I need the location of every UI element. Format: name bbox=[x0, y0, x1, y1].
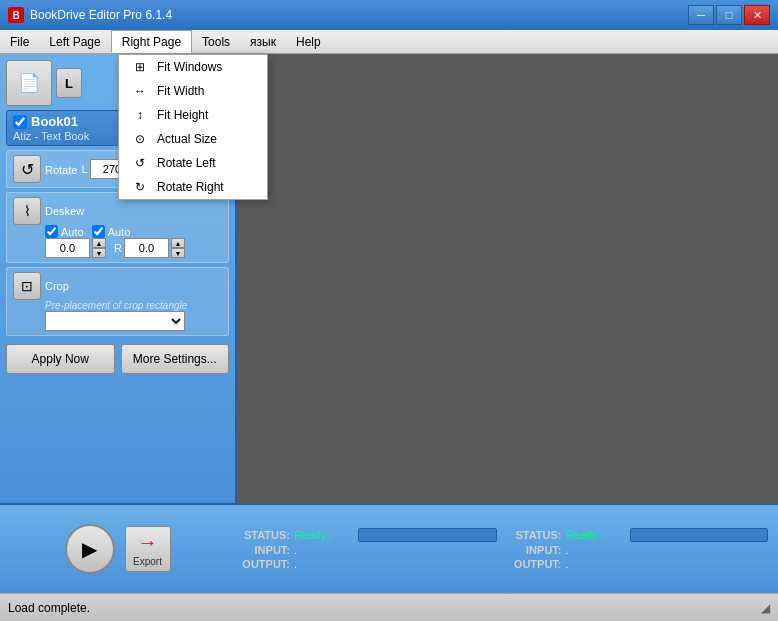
status-right-output-row: OUTPUT: . bbox=[507, 558, 769, 570]
deskew-icon: ⌇ bbox=[13, 197, 41, 225]
statusbar-message: Load complete. bbox=[8, 601, 90, 615]
rotate-right-icon: ↻ bbox=[131, 180, 149, 194]
app-title: BookDrive Editor Pro 6.1.4 bbox=[30, 8, 172, 22]
status-left-status-row: STATUS: Ready... bbox=[235, 528, 497, 542]
dropdown-fit-width[interactable]: ↔ Fit Width bbox=[119, 79, 267, 103]
menu-language[interactable]: язык bbox=[240, 30, 286, 53]
page-tool-button[interactable]: 📄 bbox=[6, 60, 52, 106]
input-left-label: INPUT: bbox=[235, 544, 290, 556]
rotate-l-label: L bbox=[81, 163, 87, 175]
actual-size-icon: ⊙ bbox=[131, 132, 149, 146]
more-settings-button[interactable]: More Settings... bbox=[121, 344, 230, 374]
deskew-r-label: R bbox=[114, 242, 122, 254]
play-button[interactable]: ▶ bbox=[65, 524, 115, 574]
bottom-controls: ▶ → Export bbox=[10, 524, 225, 574]
play-icon: ▶ bbox=[82, 537, 97, 561]
export-icon: → bbox=[138, 531, 158, 554]
window-controls: ─ □ ✕ bbox=[688, 5, 770, 25]
deskew-auto-right-checkbox[interactable] bbox=[92, 225, 105, 238]
preview-area bbox=[237, 54, 778, 503]
close-button[interactable]: ✕ bbox=[744, 5, 770, 25]
rotate-left-icon: ↺ bbox=[131, 156, 149, 170]
deskew-l-arrows: ▲ ▼ bbox=[92, 238, 106, 258]
fit-height-icon: ↕ bbox=[131, 108, 149, 122]
page-label-btn[interactable]: L bbox=[56, 68, 82, 98]
menubar: File Left Page Right Page Tools язык Hel… bbox=[0, 30, 778, 54]
fit-width-icon: ↔ bbox=[131, 84, 149, 98]
deskew-auto-left-checkbox[interactable] bbox=[45, 225, 58, 238]
crop-label: Crop bbox=[45, 280, 69, 292]
status-left-input-row: INPUT: . bbox=[235, 544, 497, 556]
book-name: Book01 bbox=[31, 114, 78, 129]
status-left-output-row: OUTPUT: . bbox=[235, 558, 497, 570]
dropdown-actual-size[interactable]: ⊙ Actual Size bbox=[119, 127, 267, 151]
status-left-bar bbox=[358, 528, 497, 542]
input-right-value: . bbox=[566, 544, 569, 556]
deskew-r-input-group: R ▲ ▼ bbox=[114, 238, 185, 258]
deskew-r-arrows: ▲ ▼ bbox=[171, 238, 185, 258]
menu-tools[interactable]: Tools bbox=[192, 30, 240, 53]
deskew-input-row: ▲ ▼ R ▲ ▼ bbox=[45, 238, 222, 258]
deskew-auto-left: Auto bbox=[45, 225, 84, 238]
dropdown-rotate-right[interactable]: ↻ Rotate Right bbox=[119, 175, 267, 199]
status-left-label: STATUS: bbox=[235, 529, 290, 541]
crop-section: ⊡ Crop Pre-placement of crop rectangle bbox=[6, 267, 229, 336]
status-right-value: Ready... bbox=[566, 529, 626, 541]
bottom-statusbar: Load complete. ◢ bbox=[0, 593, 778, 621]
right-page-dropdown: ⊞ Fit Windows ↔ Fit Width ↕ Fit Height ⊙… bbox=[118, 54, 268, 200]
input-left-value: . bbox=[294, 544, 297, 556]
deskew-l-down[interactable]: ▼ bbox=[92, 248, 106, 258]
deskew-section: ⌇ Deskew Auto Auto bbox=[6, 192, 229, 263]
deskew-r-down[interactable]: ▼ bbox=[171, 248, 185, 258]
rotate-label: Rotate bbox=[45, 164, 77, 176]
deskew-row: ⌇ Deskew bbox=[13, 197, 222, 225]
status-right: STATUS: Ready... INPUT: . OUTPUT: . bbox=[507, 528, 769, 570]
resize-icon: ◢ bbox=[761, 601, 770, 615]
input-right-label: INPUT: bbox=[507, 544, 562, 556]
deskew-l-input[interactable] bbox=[45, 238, 90, 258]
output-left-label: OUTPUT: bbox=[235, 558, 290, 570]
deskew-r-input[interactable] bbox=[124, 238, 169, 258]
status-right-input-row: INPUT: . bbox=[507, 544, 769, 556]
menu-help[interactable]: Help bbox=[286, 30, 331, 53]
book-checkbox[interactable] bbox=[13, 115, 27, 129]
crop-select[interactable] bbox=[45, 311, 185, 331]
minimize-button[interactable]: ─ bbox=[688, 5, 714, 25]
menu-right-page[interactable]: Right Page bbox=[111, 30, 192, 53]
deskew-auto-right: Auto bbox=[92, 225, 131, 238]
apply-now-button[interactable]: Apply Now bbox=[6, 344, 115, 374]
bottom-strip: ▶ → Export STATUS: Ready... INPUT: . OUT… bbox=[0, 503, 778, 593]
menu-left-page[interactable]: Left Page bbox=[39, 30, 110, 53]
crop-icon: ⊡ bbox=[13, 272, 41, 300]
output-right-label: OUTPUT: bbox=[507, 558, 562, 570]
status-right-status-row: STATUS: Ready... bbox=[507, 528, 769, 542]
output-left-value: . bbox=[294, 558, 297, 570]
dropdown-fit-height[interactable]: ↕ Fit Height bbox=[119, 103, 267, 127]
app-icon: B bbox=[8, 7, 24, 23]
deskew-label: Deskew bbox=[45, 205, 84, 217]
status-right-label: STATUS: bbox=[507, 529, 562, 541]
action-buttons: Apply Now More Settings... bbox=[6, 344, 229, 374]
menu-file[interactable]: File bbox=[0, 30, 39, 53]
deskew-l-up[interactable]: ▲ bbox=[92, 238, 106, 248]
output-right-value: . bbox=[566, 558, 569, 570]
page-icon: 📄 bbox=[18, 72, 40, 94]
status-left-value: Ready... bbox=[294, 529, 354, 541]
dropdown-fit-windows[interactable]: ⊞ Fit Windows bbox=[119, 55, 267, 79]
status-left: STATUS: Ready... INPUT: . OUTPUT: . bbox=[235, 528, 497, 570]
status-right-bar bbox=[630, 528, 769, 542]
dropdown-rotate-left[interactable]: ↺ Rotate Left bbox=[119, 151, 267, 175]
titlebar: B BookDrive Editor Pro 6.1.4 ─ □ ✕ bbox=[0, 0, 778, 30]
export-label: Export bbox=[133, 556, 162, 567]
fit-windows-icon: ⊞ bbox=[131, 60, 149, 74]
crop-row: ⊡ Crop bbox=[13, 272, 222, 300]
export-button[interactable]: → Export bbox=[125, 526, 171, 572]
rotate-icon: ↺ bbox=[13, 155, 41, 183]
crop-hint: Pre-placement of crop rectangle bbox=[45, 300, 222, 311]
main-area: 📄 L Book01 Atiz - Text Book ↺ Rotate bbox=[0, 54, 778, 503]
deskew-l-input-group: ▲ ▼ bbox=[45, 238, 106, 258]
deskew-r-up[interactable]: ▲ bbox=[171, 238, 185, 248]
deskew-auto-row: Auto Auto bbox=[45, 225, 222, 238]
restore-button[interactable]: □ bbox=[716, 5, 742, 25]
